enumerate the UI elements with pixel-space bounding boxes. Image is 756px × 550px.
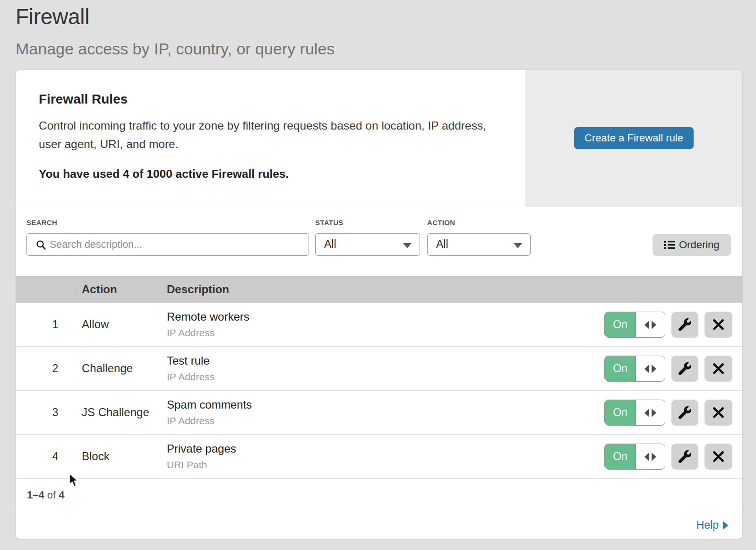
rule-match-type: IP Address <box>167 327 215 339</box>
delete-rule-button[interactable] <box>704 356 732 382</box>
wrench-icon <box>679 406 691 419</box>
help-link[interactable]: Help <box>696 511 728 539</box>
rules-description-line1: Control incoming traffic to your zone by… <box>39 119 486 132</box>
rules-description: Control incoming traffic to your zone by… <box>39 116 511 153</box>
triangle-right-icon <box>652 409 656 417</box>
wrench-icon <box>679 318 691 331</box>
search-icon <box>36 240 46 250</box>
pagination-of: of <box>47 489 56 501</box>
firewall-rule-row: 2 Challenge Test rule IP Address On <box>16 347 742 391</box>
caret-down-icon <box>514 243 522 248</box>
status-label: STATUS <box>315 218 344 227</box>
triangle-right-icon <box>652 365 656 373</box>
status-select-value: All <box>324 238 336 251</box>
rule-toggle-on-label: On <box>605 312 636 337</box>
triangle-right-icon <box>723 521 728 530</box>
rules-list: 1 Allow Remote workers IP Address On 2 C… <box>16 303 742 479</box>
rule-toggle[interactable]: On <box>604 400 665 426</box>
action-select-value: All <box>436 238 448 251</box>
caret-down-icon <box>403 243 412 248</box>
configure-rule-button[interactable] <box>671 356 698 382</box>
firewall-rule-row: 1 Allow Remote workers IP Address On <box>16 303 742 347</box>
wrench-icon <box>679 362 691 375</box>
help-bar: Help <box>16 511 742 539</box>
configure-rule-button[interactable] <box>671 444 698 470</box>
rule-match-type: IP Address <box>167 415 215 427</box>
rule-toggle[interactable]: On <box>604 444 665 470</box>
rule-toggle-on-label: On <box>605 444 636 469</box>
configure-rule-button[interactable] <box>671 400 698 426</box>
x-icon <box>713 363 724 375</box>
create-firewall-rule-button[interactable]: Create a Firewall rule <box>574 127 694 149</box>
search-input[interactable] <box>50 234 305 255</box>
pagination-bar: 1–4 of 4 <box>16 480 742 510</box>
firewall-page: Firewall Manage access by IP, country, o… <box>0 0 756 550</box>
left-right-arrows-icon <box>636 312 665 337</box>
rule-description: Spam comments <box>167 398 252 411</box>
rule-action: Allow <box>82 318 109 331</box>
delete-rule-button[interactable] <box>704 312 732 338</box>
overview-section: Firewall Rules Control incoming traffic … <box>16 70 742 207</box>
pagination-text: 1–4 of 4 <box>27 480 65 510</box>
table-header: Action Description <box>16 276 742 303</box>
search-box <box>26 233 309 256</box>
rule-toggle[interactable]: On <box>604 312 665 338</box>
rule-description: Remote workers <box>167 310 249 323</box>
rule-action: JS Challenge <box>82 406 149 419</box>
rule-priority: 2 <box>46 362 65 375</box>
pagination-range: 1–4 <box>27 489 44 501</box>
status-select[interactable]: All <box>315 233 420 256</box>
rule-action: Challenge <box>82 362 133 375</box>
firewall-rule-row: 4 Block Private pages URI Path On <box>16 435 742 479</box>
list-icon <box>664 240 675 250</box>
delete-rule-button[interactable] <box>704 444 732 470</box>
page-title: Firewall <box>16 4 89 29</box>
rule-priority: 4 <box>46 450 65 463</box>
pagination-total: 4 <box>59 489 64 501</box>
triangle-left-icon <box>644 409 649 417</box>
rule-toggle-on-label: On <box>605 400 636 425</box>
rule-toggle[interactable]: On <box>604 356 665 382</box>
triangle-right-icon <box>652 453 656 461</box>
triangle-left-icon <box>644 365 649 373</box>
delete-rule-button[interactable] <box>704 400 732 426</box>
rules-usage: You have used 4 of 1000 active Firewall … <box>39 167 511 181</box>
rule-action: Block <box>82 450 110 463</box>
x-icon <box>713 407 724 419</box>
left-right-arrows-icon <box>636 444 665 469</box>
rule-priority: 3 <box>46 406 65 419</box>
search-label: SEARCH <box>26 218 57 227</box>
rule-match-type: URI Path <box>167 459 207 471</box>
firewall-rules-card: Firewall Rules Control incoming traffic … <box>16 70 743 539</box>
triangle-left-icon <box>644 321 649 329</box>
wrench-icon <box>679 450 691 463</box>
rule-description: Private pages <box>167 442 236 455</box>
column-header-description: Description <box>167 276 229 303</box>
rules-description-line2: user agent, URI, and more. <box>39 138 179 150</box>
configure-rule-button[interactable] <box>671 312 698 338</box>
action-select[interactable]: All <box>427 233 531 256</box>
triangle-left-icon <box>644 453 649 461</box>
rule-toggle-on-label: On <box>605 356 636 381</box>
column-header-action: Action <box>82 276 117 303</box>
create-rule-panel: Create a Firewall rule <box>525 70 742 207</box>
page-subtitle: Manage access by IP, country, or query r… <box>16 40 335 58</box>
x-icon <box>713 319 724 331</box>
rule-match-type: IP Address <box>167 371 215 383</box>
rules-heading: Firewall Rules <box>39 92 511 107</box>
ordering-button-label: Ordering <box>679 239 720 251</box>
rule-description: Test rule <box>167 354 210 367</box>
x-icon <box>713 451 724 463</box>
filter-bar: SEARCH STATUS All ACTION <box>16 207 742 276</box>
help-link-label: Help <box>696 511 719 539</box>
triangle-right-icon <box>652 321 656 329</box>
rule-priority: 1 <box>46 318 65 331</box>
firewall-rule-row: 3 JS Challenge Spam comments IP Address … <box>16 391 742 435</box>
left-right-arrows-icon <box>636 356 665 381</box>
overview-text: Firewall Rules Control incoming traffic … <box>39 92 511 181</box>
left-right-arrows-icon <box>636 400 665 425</box>
ordering-button[interactable]: Ordering <box>653 234 731 256</box>
action-label: ACTION <box>427 218 455 227</box>
